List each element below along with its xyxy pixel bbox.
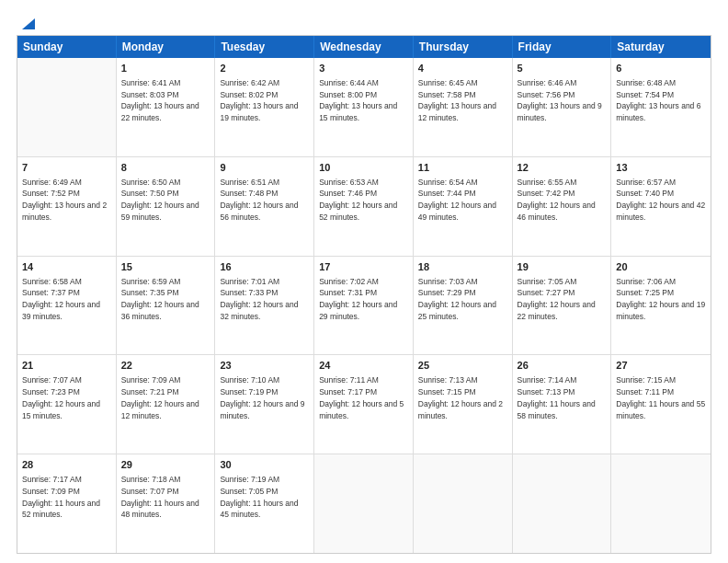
cell-details: Sunrise: 7:07 AMSunset: 7:23 PMDaylight:… (22, 374, 111, 421)
cell-details: Sunrise: 7:05 AMSunset: 7:27 PMDaylight:… (518, 276, 607, 323)
cell-details: Sunrise: 6:49 AMSunset: 7:52 PMDaylight:… (22, 177, 111, 224)
calendar-cell: 6Sunrise: 6:48 AMSunset: 7:54 PMDaylight… (611, 58, 711, 156)
cell-details: Sunrise: 7:15 AMSunset: 7:11 PMDaylight:… (616, 374, 706, 421)
calendar-row: 21Sunrise: 7:07 AMSunset: 7:23 PMDayligh… (17, 355, 711, 454)
calendar-cell: 28Sunrise: 7:17 AMSunset: 7:09 PMDayligh… (17, 454, 117, 553)
calendar-cell: 26Sunrise: 7:14 AMSunset: 7:13 PMDayligh… (513, 355, 612, 454)
day-number: 20 (616, 260, 706, 275)
logo-icon (18, 13, 39, 33)
calendar-row: 28Sunrise: 7:17 AMSunset: 7:09 PMDayligh… (17, 454, 711, 553)
calendar-cell: 19Sunrise: 7:05 AMSunset: 7:27 PMDayligh… (513, 257, 612, 355)
cell-details: Sunrise: 6:58 AMSunset: 7:37 PMDaylight:… (22, 276, 111, 323)
day-number: 1 (121, 62, 210, 76)
calendar-cell: 12Sunrise: 6:55 AMSunset: 7:42 PMDayligh… (513, 157, 612, 256)
logo (17, 13, 39, 29)
calendar-cell: 27Sunrise: 7:15 AMSunset: 7:11 PMDayligh… (611, 355, 711, 454)
cell-details: Sunrise: 6:46 AMSunset: 7:56 PMDaylight:… (518, 77, 607, 124)
day-number: 14 (22, 260, 111, 275)
calendar-cell (513, 454, 612, 553)
cell-details: Sunrise: 7:10 AMSunset: 7:19 PMDaylight:… (220, 374, 309, 421)
day-number: 16 (220, 260, 309, 275)
day-number: 28 (22, 458, 111, 473)
day-number: 2 (220, 62, 309, 76)
calendar-cell: 25Sunrise: 7:13 AMSunset: 7:15 PMDayligh… (414, 355, 513, 454)
day-number: 19 (518, 260, 607, 275)
header-cell-monday: Monday (117, 36, 216, 58)
cell-details: Sunrise: 6:55 AMSunset: 7:42 PMDaylight:… (518, 177, 607, 224)
calendar-cell (611, 454, 711, 553)
calendar-cell: 20Sunrise: 7:06 AMSunset: 7:25 PMDayligh… (611, 257, 711, 355)
calendar-cell: 13Sunrise: 6:57 AMSunset: 7:40 PMDayligh… (611, 157, 711, 256)
cell-details: Sunrise: 7:17 AMSunset: 7:09 PMDaylight:… (22, 474, 111, 521)
cell-details: Sunrise: 7:01 AMSunset: 7:33 PMDaylight:… (220, 276, 309, 323)
calendar-cell: 16Sunrise: 7:01 AMSunset: 7:33 PMDayligh… (215, 257, 314, 355)
cell-details: Sunrise: 6:45 AMSunset: 7:58 PMDaylight:… (418, 77, 507, 124)
calendar-cell: 15Sunrise: 6:59 AMSunset: 7:35 PMDayligh… (117, 257, 216, 355)
calendar-cell: 9Sunrise: 6:51 AMSunset: 7:48 PMDaylight… (215, 157, 314, 256)
day-number: 5 (518, 62, 607, 76)
day-number: 24 (319, 359, 408, 373)
day-number: 10 (319, 161, 408, 176)
calendar: SundayMondayTuesdayWednesdayThursdayFrid… (17, 35, 711, 554)
calendar-cell: 8Sunrise: 6:50 AMSunset: 7:50 PMDaylight… (117, 157, 216, 256)
day-number: 11 (418, 161, 507, 176)
cell-details: Sunrise: 7:13 AMSunset: 7:15 PMDaylight:… (418, 374, 507, 421)
day-number: 25 (418, 359, 507, 373)
header (17, 13, 711, 29)
day-number: 26 (518, 359, 607, 373)
calendar-cell: 11Sunrise: 6:54 AMSunset: 7:44 PMDayligh… (414, 157, 513, 256)
cell-details: Sunrise: 7:19 AMSunset: 7:05 PMDaylight:… (220, 474, 309, 521)
calendar-cell (314, 454, 414, 553)
cell-details: Sunrise: 6:42 AMSunset: 8:02 PMDaylight:… (220, 77, 309, 124)
day-number: 13 (616, 161, 706, 176)
cell-details: Sunrise: 6:57 AMSunset: 7:40 PMDaylight:… (616, 177, 706, 224)
day-number: 12 (518, 161, 607, 176)
cell-details: Sunrise: 7:18 AMSunset: 7:07 PMDaylight:… (121, 474, 210, 521)
day-number: 17 (319, 260, 408, 275)
day-number: 6 (616, 62, 706, 76)
day-number: 30 (220, 458, 309, 473)
header-cell-saturday: Saturday (611, 36, 711, 58)
calendar-cell: 30Sunrise: 7:19 AMSunset: 7:05 PMDayligh… (215, 454, 314, 553)
cell-details: Sunrise: 6:59 AMSunset: 7:35 PMDaylight:… (121, 276, 210, 323)
calendar-cell: 7Sunrise: 6:49 AMSunset: 7:52 PMDaylight… (17, 157, 117, 256)
calendar-cell (17, 58, 117, 156)
calendar-row: 14Sunrise: 6:58 AMSunset: 7:37 PMDayligh… (17, 257, 711, 356)
svg-marker-0 (22, 18, 35, 29)
calendar-cell: 2Sunrise: 6:42 AMSunset: 8:02 PMDaylight… (215, 58, 314, 156)
calendar-cell: 5Sunrise: 6:46 AMSunset: 7:56 PMDaylight… (513, 58, 612, 156)
calendar-cell: 17Sunrise: 7:02 AMSunset: 7:31 PMDayligh… (314, 257, 414, 355)
calendar-row: 1Sunrise: 6:41 AMSunset: 8:03 PMDaylight… (17, 58, 711, 157)
day-number: 9 (220, 161, 309, 176)
page: SundayMondayTuesdayWednesdayThursdayFrid… (0, 0, 728, 563)
calendar-cell: 10Sunrise: 6:53 AMSunset: 7:46 PMDayligh… (314, 157, 414, 256)
calendar-header: SundayMondayTuesdayWednesdayThursdayFrid… (17, 36, 711, 58)
header-cell-sunday: Sunday (17, 36, 117, 58)
day-number: 29 (121, 458, 210, 473)
cell-details: Sunrise: 7:09 AMSunset: 7:21 PMDaylight:… (121, 374, 210, 421)
calendar-cell: 23Sunrise: 7:10 AMSunset: 7:19 PMDayligh… (215, 355, 314, 454)
calendar-body: 1Sunrise: 6:41 AMSunset: 8:03 PMDaylight… (17, 58, 711, 553)
day-number: 27 (616, 359, 706, 373)
calendar-cell: 24Sunrise: 7:11 AMSunset: 7:17 PMDayligh… (314, 355, 414, 454)
day-number: 8 (121, 161, 210, 176)
calendar-cell: 22Sunrise: 7:09 AMSunset: 7:21 PMDayligh… (117, 355, 216, 454)
cell-details: Sunrise: 6:50 AMSunset: 7:50 PMDaylight:… (121, 177, 210, 224)
cell-details: Sunrise: 7:11 AMSunset: 7:17 PMDaylight:… (319, 374, 408, 421)
day-number: 7 (22, 161, 111, 176)
calendar-cell: 29Sunrise: 7:18 AMSunset: 7:07 PMDayligh… (117, 454, 216, 553)
day-number: 23 (220, 359, 309, 373)
day-number: 18 (418, 260, 507, 275)
calendar-cell: 1Sunrise: 6:41 AMSunset: 8:03 PMDaylight… (117, 58, 216, 156)
calendar-cell: 14Sunrise: 6:58 AMSunset: 7:37 PMDayligh… (17, 257, 117, 355)
day-number: 21 (22, 359, 111, 373)
calendar-row: 7Sunrise: 6:49 AMSunset: 7:52 PMDaylight… (17, 157, 711, 257)
cell-details: Sunrise: 7:14 AMSunset: 7:13 PMDaylight:… (518, 374, 607, 421)
cell-details: Sunrise: 7:06 AMSunset: 7:25 PMDaylight:… (616, 276, 706, 323)
cell-details: Sunrise: 6:53 AMSunset: 7:46 PMDaylight:… (319, 177, 408, 224)
calendar-cell: 21Sunrise: 7:07 AMSunset: 7:23 PMDayligh… (17, 355, 117, 454)
cell-details: Sunrise: 7:03 AMSunset: 7:29 PMDaylight:… (418, 276, 507, 323)
day-number: 22 (121, 359, 210, 373)
cell-details: Sunrise: 6:54 AMSunset: 7:44 PMDaylight:… (418, 177, 507, 224)
day-number: 3 (319, 62, 408, 76)
